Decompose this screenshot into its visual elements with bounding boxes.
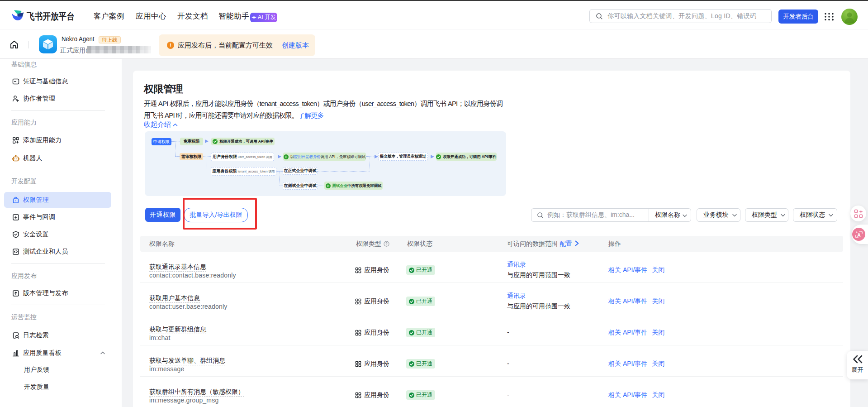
svg-text:A: A — [857, 233, 861, 238]
